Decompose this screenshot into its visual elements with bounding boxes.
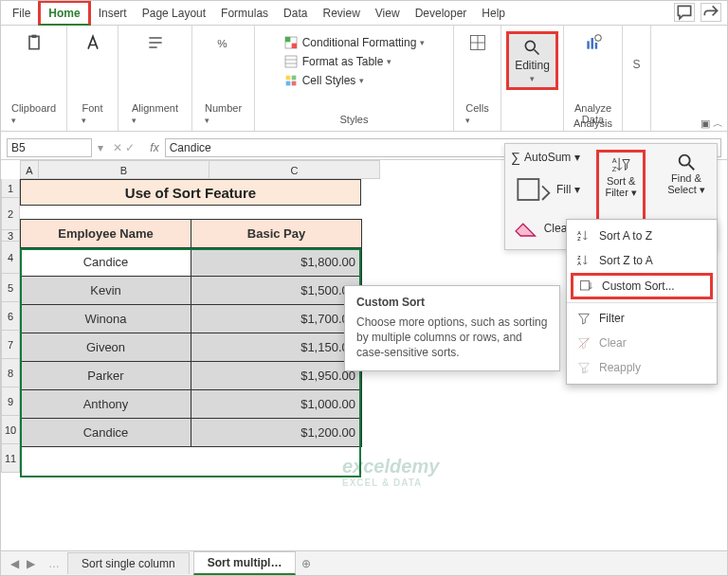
conditional-formatting-button[interactable]: Conditional Formatting ▾ — [283, 35, 426, 50]
sort-filter-dropdown: AZSort A to Z ZASort Z to A Custom Sort.… — [566, 219, 718, 385]
analyze-data-icon[interactable] — [582, 29, 605, 56]
svg-rect-9 — [285, 76, 290, 81]
chevron-down-icon[interactable]: ▾ — [82, 116, 86, 125]
ribbon: Clipboard▾ Font▾ Alignment▾ % Number▾ Co… — [1, 26, 727, 132]
chevron-down-icon[interactable]: ▾ — [359, 76, 364, 85]
svg-rect-1 — [31, 35, 36, 38]
svg-line-17 — [535, 50, 539, 55]
label-cell-styles: Cell Styles — [302, 74, 356, 87]
tab-developer[interactable]: Developer — [408, 3, 475, 24]
row-4[interactable]: 4 — [1, 242, 20, 274]
svg-line-32 — [579, 338, 590, 349]
row-8[interactable]: 8 — [1, 359, 20, 387]
label-analysis: Analysis — [564, 117, 622, 129]
chevron-down-icon[interactable]: ▾ — [387, 57, 391, 66]
col-a[interactable]: A — [20, 160, 39, 179]
tab-file[interactable]: File — [5, 3, 38, 24]
svg-rect-20 — [594, 43, 597, 49]
format-as-table-button[interactable]: Format as Table ▾ — [283, 54, 392, 69]
label-analyze: Analyze — [574, 102, 611, 114]
group-font: Font▾ — [67, 26, 118, 131]
tab-data[interactable]: Data — [276, 3, 315, 24]
chevron-down-icon[interactable]: ▾ — [465, 116, 470, 125]
row-5[interactable]: 5 — [1, 274, 20, 302]
menu-tabs: File Home Insert Page Layout Formulas Da… — [1, 1, 727, 26]
row-7[interactable]: 7 — [1, 331, 20, 359]
add-sheet-icon[interactable]: ⊕ — [301, 557, 311, 570]
row-1[interactable]: 1 — [1, 179, 20, 198]
number-icon[interactable]: % — [212, 29, 235, 56]
clipboard-icon[interactable] — [23, 29, 46, 56]
col-c[interactable]: C — [209, 160, 380, 179]
collapse-ribbon-icon[interactable]: ▣ ︿ — [701, 117, 723, 131]
cells-icon[interactable] — [466, 29, 489, 56]
header-employee[interactable]: Employee Name — [21, 220, 191, 248]
svg-rect-6 — [285, 56, 297, 67]
tooltip-body: Choose more options, such as sorting by … — [356, 315, 548, 361]
svg-rect-18 — [587, 41, 590, 48]
sheet-nav[interactable]: ◀▶ — [1, 557, 45, 570]
tab-view[interactable]: View — [368, 3, 408, 24]
svg-text:Z: Z — [577, 236, 581, 242]
row-10[interactable]: 10 — [1, 416, 20, 444]
chevron-down-icon[interactable]: ▾ — [132, 116, 136, 125]
label-sort-za: Sort Z to A — [599, 254, 653, 267]
name-box[interactable]: B5 — [7, 138, 92, 157]
column-headers: A B C — [20, 160, 380, 179]
sheet-more-icon[interactable]: … — [48, 557, 60, 570]
cell-styles-button[interactable]: Cell Styles ▾ — [283, 73, 365, 88]
row-6[interactable]: 6 — [1, 302, 20, 331]
sheet-tab-2[interactable]: Sort multipl… — [193, 551, 297, 575]
title-cell[interactable]: Use of Sort Feature — [20, 179, 361, 206]
autosum-button[interactable]: ∑AutoSum ▾ — [511, 150, 580, 165]
row-2[interactable]: 2 — [1, 198, 20, 230]
tooltip-custom-sort: Custom Sort Choose more options, such as… — [344, 285, 560, 371]
row-11[interactable]: 11 — [1, 444, 20, 473]
font-icon[interactable] — [82, 29, 104, 56]
menu-sort-za[interactable]: ZASort Z to A — [567, 248, 717, 273]
alignment-icon[interactable] — [144, 29, 167, 56]
comments-icon[interactable] — [674, 3, 695, 22]
row-9[interactable]: 9 — [1, 387, 20, 416]
tab-review[interactable]: Review — [315, 3, 367, 24]
menu-custom-sort[interactable]: Custom Sort... — [571, 273, 713, 299]
row-3[interactable]: 3 — [1, 230, 20, 242]
col-b[interactable]: B — [39, 160, 209, 179]
svg-line-26 — [689, 165, 695, 171]
share-icon[interactable] — [701, 3, 721, 22]
sheet-tab-1[interactable]: Sort single column — [67, 552, 190, 574]
tab-home[interactable]: Home — [38, 0, 90, 26]
chevron-down-icon: ▾ — [530, 74, 535, 83]
chevron-down-icon[interactable]: ▾ — [420, 38, 425, 47]
label-alignment: Alignment — [132, 102, 178, 114]
group-styles: Conditional Formatting ▾ Format as Table… — [255, 26, 454, 131]
svg-point-21 — [594, 35, 601, 42]
chevron-down-icon[interactable]: ▾ — [205, 116, 209, 125]
label-cells: Cells — [465, 102, 488, 114]
label-overflow: S — [632, 58, 640, 71]
label-styles: Styles — [340, 114, 369, 127]
editing-button[interactable]: Editing ▾ — [506, 31, 558, 90]
group-alignment: Alignment▾ — [118, 26, 192, 131]
tab-page-layout[interactable]: Page Layout — [135, 3, 213, 24]
svg-rect-4 — [285, 37, 290, 42]
group-editing: Editing ▾ — [501, 26, 564, 131]
sheet-tab-bar: ◀▶ … Sort single column Sort multipl… ⊕ — [1, 550, 727, 575]
fx-icon[interactable]: fx — [150, 141, 158, 154]
menu-filter[interactable]: Filter — [567, 306, 717, 331]
tab-insert[interactable]: Insert — [91, 3, 135, 24]
chevron-down-icon[interactable]: ▾ — [11, 116, 16, 125]
menu-sort-az[interactable]: AZSort A to Z — [567, 224, 717, 248]
svg-text:A: A — [612, 156, 617, 165]
fill-button[interactable]: Fill ▾ — [511, 169, 580, 210]
sort-filter-icon: AZ — [610, 154, 631, 175]
tab-formulas[interactable]: Formulas — [213, 3, 276, 24]
tab-help[interactable]: Help — [474, 3, 513, 24]
group-number: % Number▾ — [192, 26, 255, 131]
svg-rect-19 — [591, 38, 593, 49]
label-reapply: Reapply — [599, 361, 641, 374]
label-custom-sort: Custom Sort... — [602, 279, 675, 293]
search-icon — [522, 38, 541, 57]
group-overflow: S — [623, 26, 651, 131]
header-pay[interactable]: Basic Pay — [191, 220, 362, 248]
